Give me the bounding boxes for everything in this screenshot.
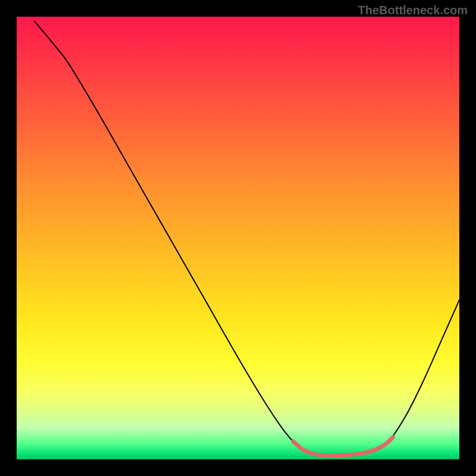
- chart-area: [17, 17, 459, 459]
- highlight-line: [293, 437, 393, 456]
- chart-svg: [17, 17, 459, 459]
- curve-line: [35, 21, 459, 456]
- watermark-text: TheBottleneck.com: [358, 4, 468, 17]
